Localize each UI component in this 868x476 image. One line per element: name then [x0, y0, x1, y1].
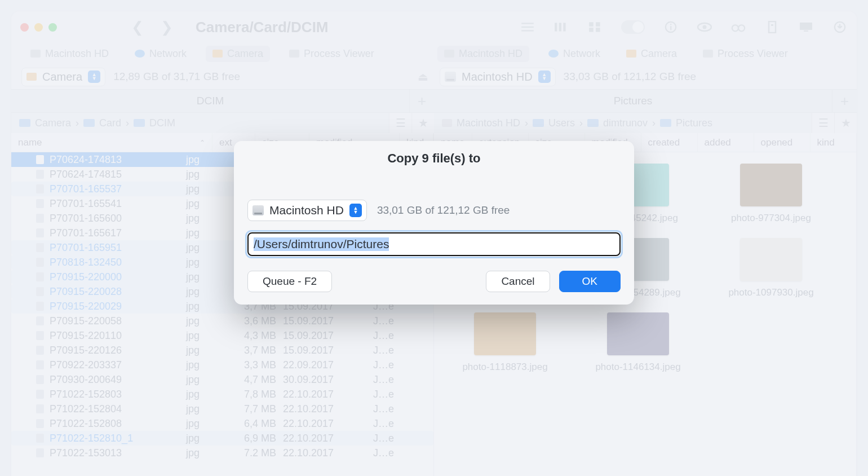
dialog-title: Copy 9 file(s) to	[247, 151, 621, 166]
chevron-updown-icon: ▲▼	[349, 204, 362, 217]
ok-button[interactable]: OK	[559, 271, 621, 292]
modal-overlay: Copy 9 file(s) to Macintosh HD ▲▼ 33,01 …	[0, 0, 868, 476]
cancel-button[interactable]: Cancel	[486, 271, 550, 292]
queue-button[interactable]: Queue - F2	[247, 271, 332, 292]
dialog-free-space: 33,01 GB of 121,12 GB free	[377, 204, 510, 217]
disk-icon	[253, 205, 264, 215]
destination-path-input[interactable]	[247, 232, 621, 256]
copy-dialog: Copy 9 file(s) to Macintosh HD ▲▼ 33,01 …	[234, 141, 634, 305]
dialog-volume-select[interactable]: Macintosh HD ▲▼	[247, 200, 367, 221]
